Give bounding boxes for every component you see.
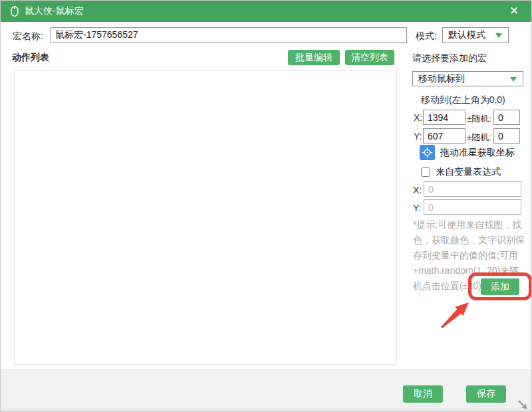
mode-select[interactable]: 默认模式 <box>442 27 509 43</box>
save-button[interactable]: 保存 <box>466 385 506 403</box>
action-list-label: 动作列表 <box>12 52 49 64</box>
x-input[interactable] <box>423 110 466 125</box>
hint-line: 色，获取颜色，文字识别保 <box>413 233 530 248</box>
hint-line: 存到变量中的值的值;可用 <box>413 248 530 263</box>
macro-type-select[interactable]: 移动鼠标到 <box>412 71 523 86</box>
x-random-input[interactable] <box>493 110 520 125</box>
titlebar: 鼠大侠-鼠标宏 ✕ <box>1 1 531 22</box>
y-random-label: ±随机: <box>467 132 491 144</box>
crosshair-icon <box>420 145 435 160</box>
y-label: Y: <box>414 131 422 142</box>
hint-line: +math.random(1, 20)来随 <box>413 263 530 278</box>
clear-list-button[interactable]: 清空列表 <box>345 50 394 65</box>
macro-name-label: 宏名称: <box>13 31 43 43</box>
hint-line: *提示:可使用来自找图，找 <box>413 217 530 233</box>
move-to-label: 移动到(左上角为0,0) <box>421 94 505 106</box>
drag-crosshair-label: 拖动准星获取坐标 <box>440 147 515 159</box>
var-y-input[interactable] <box>424 199 521 215</box>
var-x-label: X: <box>413 185 422 195</box>
mode-label: 模式: <box>416 31 437 43</box>
variable-expression-checkbox[interactable] <box>421 167 430 177</box>
mode-select-value: 默认模式 <box>448 29 485 41</box>
chevron-down-icon <box>510 77 517 82</box>
var-y-label: Y: <box>413 203 421 213</box>
drag-crosshair-button[interactable]: 拖动准星获取坐标 <box>420 145 515 160</box>
close-icon[interactable]: ✕ <box>506 4 522 19</box>
cancel-button[interactable]: 取消 <box>403 385 443 403</box>
var-x-input[interactable] <box>424 181 521 197</box>
annotation-arrow-icon <box>436 298 473 332</box>
y-input[interactable] <box>423 128 466 144</box>
variable-expression-row: 来自变量表达式 <box>421 166 501 178</box>
batch-edit-button[interactable]: 批量编辑 <box>288 50 340 65</box>
resize-grip-icon[interactable] <box>517 399 529 411</box>
chevron-down-icon <box>495 33 502 38</box>
mouse-app-icon <box>9 5 21 17</box>
variable-expression-label: 来自变量表达式 <box>436 166 501 178</box>
panel-title: 请选择要添加的宏 <box>412 52 487 64</box>
macro-editor-window: 鼠大侠-鼠标宏 ✕ 宏名称: 模式: 默认模式 动作列表 批量编辑 清空列表 请… <box>0 0 532 412</box>
footer: 取消 保存 <box>1 369 531 412</box>
window-title: 鼠大侠-鼠标宏 <box>25 5 84 17</box>
macro-name-input[interactable] <box>51 27 407 43</box>
action-list[interactable] <box>14 70 397 365</box>
add-button[interactable]: 添加 <box>481 278 519 295</box>
y-random-input[interactable] <box>493 128 520 144</box>
x-label: X: <box>414 112 422 123</box>
x-random-label: ±随机: <box>467 113 491 125</box>
macro-type-value: 移动鼠标到 <box>418 73 465 85</box>
